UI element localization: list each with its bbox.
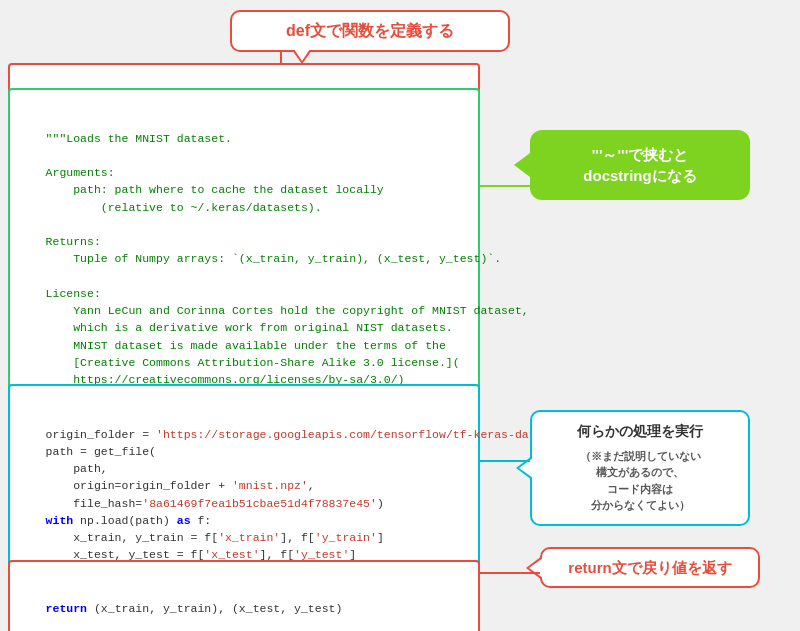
- processing-arrow: [480, 460, 530, 462]
- def-bubble-text: def文で関数を定義する: [286, 22, 454, 39]
- processing-bubble-main: 何らかの処理を実行: [544, 422, 736, 442]
- processing-bubble: 何らかの処理を実行 （※まだ説明していない構文があるので、コード内容は分からなく…: [530, 410, 750, 526]
- return-bubble: return文で戻り値を返す: [540, 547, 760, 588]
- docstring-bubble: '''～'''で挟むとdocstringになる: [530, 130, 750, 200]
- main-container: def文で関数を定義する def load_data(path='mnist.n…: [0, 0, 800, 631]
- def-bubble: def文で関数を定義する: [230, 10, 510, 52]
- return-block: return (x_train, y_train), (x_test, y_te…: [8, 560, 480, 631]
- return-bubble-text: return文で戻り値を返す: [568, 559, 731, 576]
- docstring-arrow: [480, 185, 530, 187]
- docstring-bubble-text: '''～'''で挟むとdocstringになる: [546, 144, 734, 186]
- processing-bubble-sub: （※まだ説明していない構文があるので、コード内容は分からなくてよい）: [544, 448, 736, 514]
- return-arrow: [480, 572, 540, 574]
